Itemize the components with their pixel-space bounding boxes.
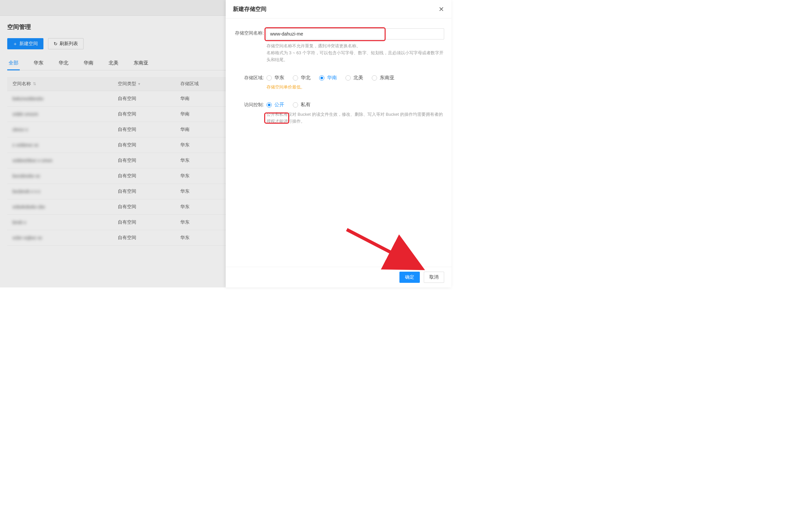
create-drawer: 新建存储空间 ✕ 存储空间名称: 存储空间名称不允许重复，遇到冲突请更换名称。 … [226,0,452,287]
access-radio-public[interactable]: 公开 [266,102,284,108]
access-radio-private[interactable]: 私有 [293,102,311,108]
region-radio-na[interactable]: 北美 [345,75,363,81]
drawer-footer: 确定 取消 [226,267,452,287]
name-row: 存储空间名称: 存储空间名称不允许重复，遇到冲突请更换名称。 名称格式为 3 ~… [233,28,444,63]
region-radio-label: 华东 [274,75,284,81]
close-icon[interactable]: ✕ [439,6,444,12]
confirm-button[interactable]: 确定 [399,272,420,283]
access-radio-group: 公开私有 [266,100,444,108]
radio-dot-icon [345,75,351,81]
access-radio-label: 公开 [274,102,284,108]
radio-dot-icon [266,102,272,108]
radio-dot-icon [266,75,272,81]
region-radio-label: 东南亚 [380,75,395,81]
region-row: 存储区域: 华东华北华南北美东南亚 存储空间单价最低。 [233,73,444,90]
space-name-input[interactable] [266,28,444,39]
access-label: 访问控制: [233,100,266,108]
name-hint: 存储空间名称不允许重复，遇到冲突请更换名称。 名称格式为 3 ~ 63 个字符，… [266,43,444,63]
radio-dot-icon [372,75,377,81]
radio-dot-icon [319,75,324,81]
region-hint: 存储空间单价最低。 [266,84,444,90]
region-radio-label: 华南 [327,75,337,81]
radio-dot-icon [293,102,298,108]
radio-dot-icon [293,75,298,81]
region-radio-hb[interactable]: 华北 [293,75,311,81]
region-radio-hd[interactable]: 华东 [266,75,284,81]
region-label: 存储区域: [233,73,266,81]
cancel-label: 取消 [429,274,439,280]
drawer-header: 新建存储空间 ✕ [226,0,452,19]
access-row: 访问控制: 公开私有 公开和私有仅对 Bucket 的读文件生效，修改、删除、写… [233,100,444,125]
region-radio-group: 华东华北华南北美东南亚 [266,73,444,81]
confirm-label: 确定 [405,274,414,280]
access-radio-label: 私有 [301,102,311,108]
cancel-button[interactable]: 取消 [424,272,444,283]
region-radio-hn[interactable]: 华南 [319,75,337,81]
drawer-body: 存储空间名称: 存储空间名称不允许重复，遇到冲突请更换名称。 名称格式为 3 ~… [226,19,452,267]
region-radio-label: 华北 [301,75,311,81]
drawer-title: 新建存储空间 [233,5,266,13]
name-label: 存储空间名称: [233,28,266,36]
region-radio-label: 北美 [353,75,363,81]
region-radio-sea[interactable]: 东南亚 [372,75,395,81]
access-hint: 公开和私有仅对 Bucket 的读文件生效，修改、删除、写入等对 Bucket … [266,111,444,125]
